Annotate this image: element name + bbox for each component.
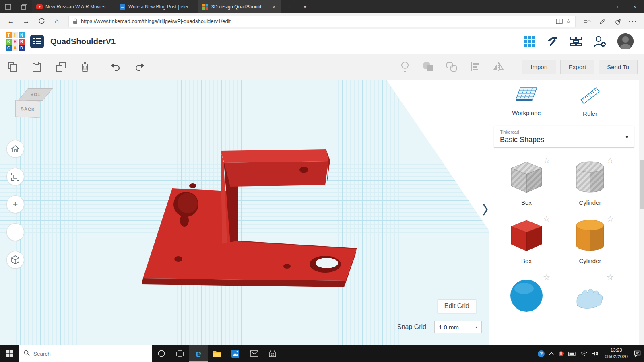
browser-tab-youtube[interactable]: New Russian W.A.R Movies: [32, 0, 115, 13]
reading-view-icon[interactable]: [556, 19, 563, 24]
browser-tab-blog[interactable]: Write a New Blog Post | eler: [115, 0, 198, 13]
tray-chevron-up-icon[interactable]: [549, 352, 554, 355]
ruler-icon: [580, 86, 601, 107]
back-button[interactable]: ←: [3, 14, 19, 28]
photos-icon[interactable]: [226, 345, 245, 362]
view-cube[interactable]: TOP BACK: [14, 88, 55, 127]
taskbar-search[interactable]: [19, 345, 152, 362]
favorite-star-icon[interactable]: ☆: [543, 156, 550, 165]
shape-item-box-solid[interactable]: ☆ Box: [495, 217, 558, 264]
action-center-icon[interactable]: [634, 350, 641, 357]
view-cube-front-face[interactable]: BACK: [15, 100, 40, 118]
shape-item-sphere[interactable]: ☆: [495, 276, 558, 313]
more-options-icon[interactable]: ···: [625, 14, 641, 28]
favorite-star-icon[interactable]: ☆: [607, 214, 614, 224]
network-icon[interactable]: [581, 351, 588, 356]
bricks-button[interactable]: [570, 36, 582, 47]
hub-favorites-icon[interactable]: [580, 14, 595, 28]
perspective-toggle-button[interactable]: [6, 251, 24, 269]
ruler-tool[interactable]: Ruler: [558, 86, 622, 117]
edit-grid-button[interactable]: Edit Grid: [438, 299, 476, 313]
undo-icon[interactable]: [109, 61, 122, 73]
url-text[interactable]: https://www.tinkercad.com/things/lrijlge…: [81, 18, 553, 24]
snap-grid-dropdown[interactable]: 1.0 mm ▴: [434, 321, 482, 333]
design-title[interactable]: QuadShoulderV1: [50, 37, 116, 46]
close-tab-icon[interactable]: ×: [272, 4, 277, 10]
url-field[interactable]: https://www.tinkercad.com/things/lrijlge…: [68, 16, 576, 27]
tinkercad-logo[interactable]: T I N K E R C A D: [6, 32, 25, 51]
set-tabs-aside-icon[interactable]: [16, 0, 32, 13]
maximize-button[interactable]: □: [607, 0, 625, 13]
favorite-star-icon[interactable]: ☆: [607, 156, 614, 165]
scrollbar-thumb[interactable]: [640, 160, 644, 209]
mail-icon[interactable]: [245, 345, 263, 362]
refresh-button[interactable]: [34, 14, 49, 28]
3d-viewport[interactable]: TOP BACK + − Edit Grid: [0, 80, 489, 345]
volume-icon[interactable]: [592, 351, 599, 356]
taskbar-clock[interactable]: 13:23 08/02/2020: [603, 347, 630, 360]
zoom-out-button[interactable]: −: [6, 223, 24, 241]
mirror-flip-icon[interactable]: [492, 61, 504, 73]
search-input[interactable]: [33, 351, 148, 357]
redo-icon[interactable]: [134, 61, 146, 73]
invite-person-button[interactable]: [593, 35, 606, 47]
show-all-lightbulb-icon[interactable]: [399, 61, 411, 73]
store-icon[interactable]: [263, 345, 282, 362]
copy-icon[interactable]: [6, 61, 19, 73]
favorite-star-icon[interactable]: ☆: [566, 18, 571, 25]
avatar[interactable]: [617, 33, 634, 49]
web-note-pen-icon[interactable]: [595, 14, 610, 28]
export-button[interactable]: Export: [560, 60, 594, 74]
shape-item-cylinder-solid[interactable]: ☆ Cylinder: [558, 217, 622, 264]
home-button[interactable]: ⌂: [49, 14, 64, 28]
task-view-button[interactable]: [171, 345, 189, 362]
home-view-button[interactable]: [6, 140, 24, 158]
designs-menu-button[interactable]: [30, 35, 44, 48]
workplane-tool[interactable]: Workplane: [495, 86, 558, 117]
blocks-grid-button[interactable]: [523, 35, 535, 47]
category-brand: Tinkercad: [500, 130, 544, 134]
youtube-favicon-icon: [36, 4, 43, 10]
send-to-button[interactable]: Send To: [599, 60, 638, 74]
view-tools: + −: [6, 140, 24, 269]
close-button[interactable]: ×: [625, 0, 644, 13]
alert-status-icon[interactable]: [558, 351, 564, 356]
shape-item-cylinder-hole[interactable]: ☆ Cylinder: [558, 159, 622, 206]
start-button[interactable]: [0, 345, 19, 362]
favorite-star-icon[interactable]: ☆: [543, 214, 550, 224]
delete-icon[interactable]: [79, 61, 91, 73]
forward-button[interactable]: →: [19, 14, 34, 28]
tab-list-caret-icon[interactable]: ▾: [297, 0, 313, 13]
align-icon[interactable]: [469, 61, 481, 73]
ungroup-icon[interactable]: [446, 61, 458, 73]
cortana-button[interactable]: [152, 345, 171, 362]
window-menu-icon[interactable]: [0, 0, 16, 13]
fit-view-button[interactable]: [6, 168, 24, 185]
group-icon[interactable]: [422, 61, 434, 73]
tab-title: Write a New Blog Post | eler: [128, 4, 194, 10]
main-area: TOP BACK + − Edit Grid: [0, 80, 644, 345]
minecraft-pickaxe-button[interactable]: [547, 35, 559, 47]
panel-scrollbar[interactable]: [639, 80, 644, 345]
minimize-button[interactable]: ─: [588, 0, 607, 13]
share-icon[interactable]: [610, 14, 625, 28]
shape-item-box-hole[interactable]: ☆ Box: [495, 159, 558, 206]
help-icon[interactable]: ?: [538, 350, 545, 357]
edge-taskbar-icon[interactable]: e: [189, 345, 208, 362]
tinkercad-header: T I N K E R C A D QuadShoulderV1: [0, 29, 644, 54]
view-cube-top-face[interactable]: TOP: [18, 88, 53, 101]
favorite-star-icon[interactable]: ☆: [543, 272, 550, 282]
file-explorer-icon[interactable]: [208, 345, 226, 362]
battery-icon[interactable]: [568, 352, 576, 356]
zoom-in-button[interactable]: +: [6, 195, 24, 213]
favorite-star-icon[interactable]: ☆: [607, 272, 614, 282]
browser-tab-tinkercad-active[interactable]: 3D design QuadShould ×: [198, 0, 281, 13]
category-name: Basic Shapes: [500, 136, 544, 144]
paste-icon[interactable]: [31, 61, 43, 73]
new-tab-button[interactable]: +: [281, 0, 297, 13]
shape-category-dropdown[interactable]: Tinkercad Basic Shapes ▾: [494, 126, 634, 148]
duplicate-icon[interactable]: [55, 61, 67, 73]
shape-item-scribble[interactable]: ☆: [558, 276, 622, 313]
collapse-panel-button[interactable]: [482, 202, 489, 218]
import-button[interactable]: Import: [522, 60, 556, 74]
